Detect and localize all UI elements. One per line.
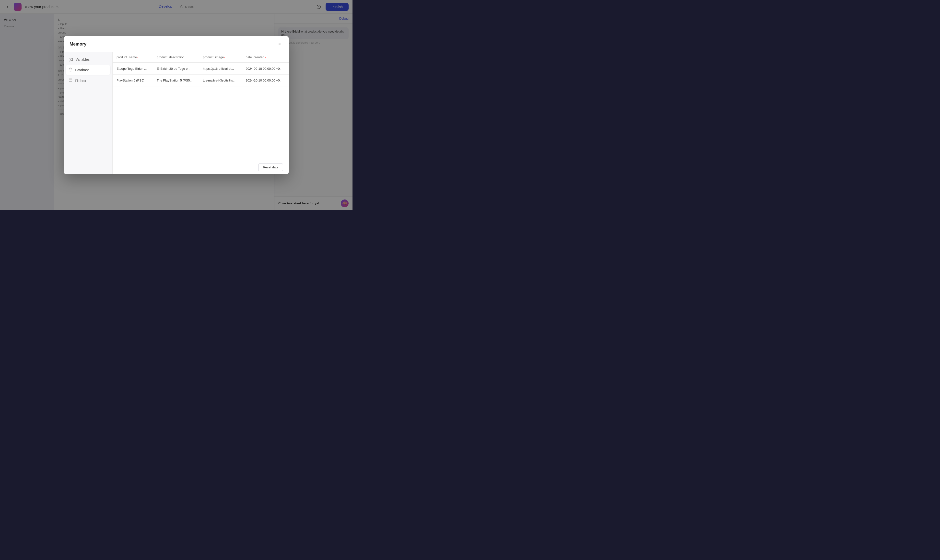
- cell-date-created-2: 2024-10-10 00:00:00 +0...: [242, 74, 289, 86]
- modal-footer: Reset data: [112, 160, 289, 174]
- cell-date-created-1: 2024-09-18 00:00:00 +0...: [242, 63, 289, 75]
- database-label: Database: [75, 68, 89, 72]
- memory-modal: Memory × (x) Variables: [64, 36, 289, 174]
- cell-product-name-2: PlayStation 5 (PS5): [112, 74, 153, 86]
- modal-title: Memory: [69, 42, 86, 47]
- modal-close-button[interactable]: ×: [276, 41, 283, 48]
- cell-product-name-1: Etoupe Togo Birkin ...: [112, 63, 153, 75]
- database-table: product_name• product_description produc…: [112, 52, 289, 160]
- col-product-name: product_name•: [112, 52, 153, 63]
- database-icon: [69, 68, 72, 72]
- reset-data-button[interactable]: Reset data: [258, 163, 283, 171]
- svg-point-1: [69, 68, 72, 69]
- svg-rect-2: [69, 79, 72, 82]
- sidebar-item-variables[interactable]: (x) Variables: [66, 55, 111, 64]
- col-date-created: date_created•: [242, 52, 289, 63]
- cell-product-image-1: https://p16-official-pl...: [199, 63, 242, 75]
- modal-main: product_name• product_description produc…: [112, 52, 289, 174]
- col-product-image: product_image•: [199, 52, 242, 63]
- modal-overlay[interactable]: Memory × (x) Variables: [0, 0, 352, 210]
- table-row: PlayStation 5 (PS5) The PlayStation 5 (P…: [112, 74, 289, 86]
- data-table: product_name• product_description produc…: [112, 52, 289, 86]
- cell-product-desc-2: The PlayStation 5 (PS5...: [153, 74, 199, 86]
- col-product-description: product_description: [153, 52, 199, 63]
- sidebar-item-database[interactable]: Database: [66, 65, 111, 75]
- cell-product-image-2: tos-maliva-i-3sotts7ts...: [199, 74, 242, 86]
- sidebar-item-filebox[interactable]: Filebox: [66, 76, 111, 86]
- cell-product-desc-1: El Birkin 30 de Togo e...: [153, 63, 199, 75]
- variables-icon: (x): [69, 57, 73, 62]
- filebox-label: Filebox: [75, 79, 86, 83]
- modal-sidebar: (x) Variables Database: [64, 52, 112, 174]
- table-row: Etoupe Togo Birkin ... El Birkin 30 de T…: [112, 63, 289, 75]
- filebox-icon: [69, 78, 72, 83]
- variables-label: Variables: [75, 57, 89, 62]
- modal-header: Memory ×: [64, 36, 289, 52]
- modal-body: (x) Variables Database: [64, 52, 289, 174]
